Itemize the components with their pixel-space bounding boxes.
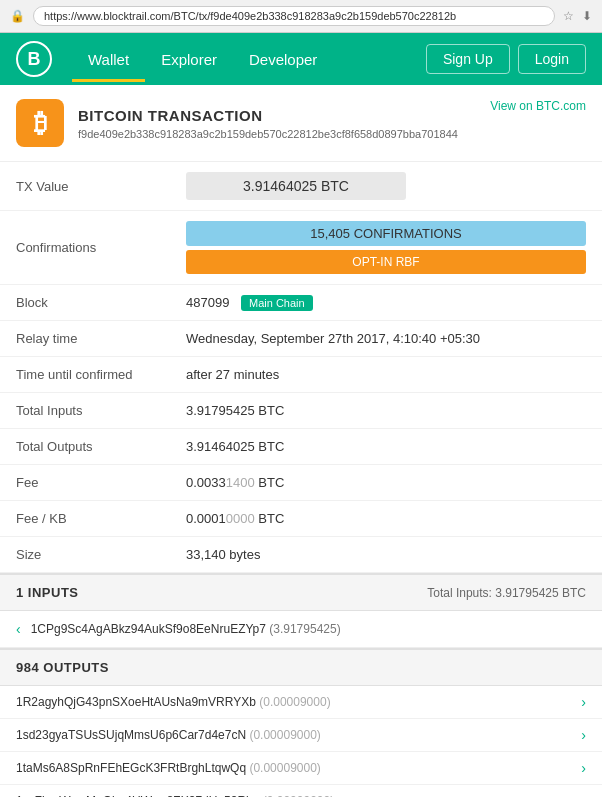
confirmations-label: Confirmations [0, 211, 170, 285]
time-until-value: after 27 minutes [170, 357, 602, 393]
tx-value-row: TX Value 3.91464025 BTC [0, 162, 602, 211]
outputs-title: 984 OUTPUTS [16, 660, 109, 675]
confirmations-value: 15,405 CONFIRMATIONS [186, 221, 586, 246]
fee-value: 0.00331400 BTC [186, 475, 284, 490]
total-outputs-value: 3.91464025 BTC [170, 429, 602, 465]
block-row: Block 487099 Main Chain [0, 285, 602, 321]
nav-developer[interactable]: Developer [233, 37, 333, 82]
detail-table: TX Value 3.91464025 BTC Confirmations 15… [0, 162, 602, 573]
tx-header: ₿ BITCOIN TRANSACTION f9de409e2b338c9182… [0, 85, 602, 162]
total-inputs-value: 3.91795425 BTC [170, 393, 602, 429]
output-item-2[interactable]: 1taMs6A8SpRnFEhEGcK3FRtBrghLtqwQq (0.000… [0, 752, 602, 785]
nav-links: Wallet Explorer Developer [72, 37, 426, 82]
output-address-2: 1taMs6A8SpRnFEhEGcK3FRtBrghLtqwQq (0.000… [16, 761, 573, 775]
output-item-0[interactable]: 1R2agyhQjG43pnSXoeHtAUsNa9mVRRYXb (0.000… [0, 686, 602, 719]
inputs-total: Total Inputs: 3.91795425 BTC [427, 586, 586, 600]
inputs-section-header: 1 INPUTS Total Inputs: 3.91795425 BTC [0, 573, 602, 611]
output-address-1: 1sd23gyaTSUsSUjqMmsU6p6Car7d4e7cN (0.000… [16, 728, 573, 742]
chevron-right-icon-3: › [581, 793, 586, 797]
outputs-list: 1R2agyhQjG43pnSXoeHtAUsNa9mVRRYXb (0.000… [0, 686, 602, 797]
download-icon[interactable]: ⬇ [582, 9, 592, 23]
fee-label: Fee [0, 465, 170, 501]
relay-time-value: Wednesday, September 27th 2017, 4:10:40 … [170, 321, 602, 357]
tx-value: 3.91464025 BTC [186, 172, 406, 200]
confirmations-row: Confirmations 15,405 CONFIRMATIONS OPT-I… [0, 211, 602, 285]
navbar: B Wallet Explorer Developer Sign Up Logi… [0, 33, 602, 85]
chevron-right-icon-0: › [581, 694, 586, 710]
signup-button[interactable]: Sign Up [426, 44, 510, 74]
main-chain-badge: Main Chain [241, 295, 313, 311]
time-until-label: Time until confirmed [0, 357, 170, 393]
input-amount: (3.91795425) [269, 622, 340, 636]
nav-explorer[interactable]: Explorer [145, 37, 233, 82]
lock-icon: 🔒 [10, 9, 25, 23]
inputs-title: 1 INPUTS [16, 585, 79, 600]
output-item-1[interactable]: 1sd23gyaTSUsSUjqMmsU6p6Car7d4e7cN (0.000… [0, 719, 602, 752]
tx-title: BITCOIN TRANSACTION [78, 107, 490, 124]
relay-time-label: Relay time [0, 321, 170, 357]
btc-icon: ₿ [16, 99, 64, 147]
tx-value-label: TX Value [0, 162, 170, 211]
fee-kb-value: 0.00010000 BTC [186, 511, 284, 526]
tx-header-info: BITCOIN TRANSACTION f9de409e2b338c918283… [78, 107, 490, 140]
rbf-badge: OPT-IN RBF [186, 250, 586, 274]
outputs-section-header: 984 OUTPUTS [0, 648, 602, 686]
total-outputs-label: Total Outputs [0, 429, 170, 465]
total-inputs-row: Total Inputs 3.91795425 BTC [0, 393, 602, 429]
size-label: Size [0, 537, 170, 573]
nav-wallet[interactable]: Wallet [72, 37, 145, 82]
output-address-0: 1R2agyhQjG43pnSXoeHtAUsNa9mVRRYXb (0.000… [16, 695, 573, 709]
time-until-row: Time until confirmed after 27 minutes [0, 357, 602, 393]
login-button[interactable]: Login [518, 44, 586, 74]
total-outputs-row: Total Outputs 3.91464025 BTC [0, 429, 602, 465]
input-item-0[interactable]: ‹ 1CPg9Sc4AgABkz94AukSf9o8EeNruEZYp7 (3.… [0, 611, 602, 648]
url-bar[interactable]: https://www.blocktrail.com/BTC/tx/f9de40… [33, 6, 555, 26]
view-btc-link[interactable]: View on BTC.com [490, 99, 586, 113]
nav-logo[interactable]: B [16, 41, 52, 77]
total-inputs-label: Total Inputs [0, 393, 170, 429]
block-num: 487099 [186, 295, 229, 310]
relay-time-row: Relay time Wednesday, September 27th 201… [0, 321, 602, 357]
chevron-right-icon-2: › [581, 760, 586, 776]
fee-kb-label: Fee / KB [0, 501, 170, 537]
chevron-left-icon: ‹ [16, 621, 21, 637]
tx-hash: f9de409e2b338c918283a9c2b159deb570c22812… [78, 128, 490, 140]
input-address: 1CPg9Sc4AgABkz94AukSf9o8EeNruEZYp7 (3.91… [31, 622, 341, 636]
star-icon[interactable]: ☆ [563, 9, 574, 23]
chevron-right-icon-1: › [581, 727, 586, 743]
main-content: ₿ BITCOIN TRANSACTION f9de409e2b338c9182… [0, 85, 602, 797]
output-item-3[interactable]: 1vzZberWwnMaQbp4UWvw8ZX27dUa53Rbo (0.000… [0, 785, 602, 797]
browser-bar: 🔒 https://www.blocktrail.com/BTC/tx/f9de… [0, 0, 602, 33]
size-row: Size 33,140 bytes [0, 537, 602, 573]
block-label: Block [0, 285, 170, 321]
fee-kb-row: Fee / KB 0.00010000 BTC [0, 501, 602, 537]
size-value: 33,140 bytes [170, 537, 602, 573]
fee-row: Fee 0.00331400 BTC [0, 465, 602, 501]
nav-right: Sign Up Login [426, 44, 586, 74]
